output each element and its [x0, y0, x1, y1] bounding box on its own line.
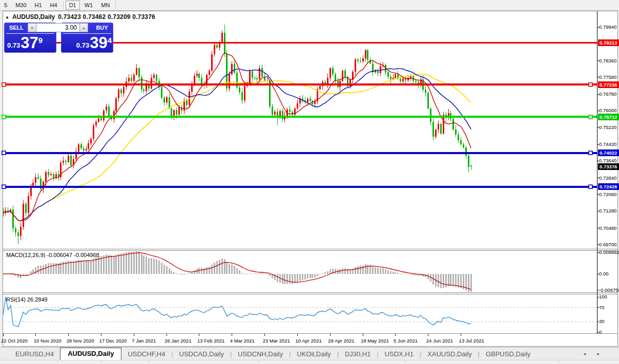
buy-price-small: 0.73	[76, 41, 89, 49]
status-bar-divider	[101, 360, 101, 364]
sell-price-big: 37	[20, 35, 38, 51]
date-axis-label: 17 Dec 2020	[99, 338, 127, 344]
rsi-indicator-label: RSI(14) 26.2849	[6, 296, 48, 303]
chart-tab-xauusd[interactable]: XAUUSD,Daily	[421, 349, 478, 360]
one-click-collapse-icon[interactable]: ▲	[5, 15, 9, 19]
lot-size-control: ▼ ▲	[28, 23, 88, 32]
status-bar-divider	[559, 360, 559, 364]
chart-tab-gbpusd[interactable]: GBPUSD,Daily	[480, 349, 537, 360]
one-click-trade-panel: SELL 0.73 37 9 BUY 0.73 39 4 ▼ ▲	[4, 23, 113, 53]
price-badge: 0.73376	[598, 163, 619, 170]
mt4-window: 5M30H1H4D1W1MN ▲ AUDUSD,Daily 0.73423 0.…	[0, 0, 619, 364]
price-badge: 0.77236	[598, 81, 619, 88]
price-axis-label: 0.74420	[599, 141, 616, 147]
chart-tab-bar: EURUSD,H4AUDUSD,DailyUSDCHF,H4|USDCAD,Da…	[0, 347, 619, 360]
chart-tab-audusd[interactable]: AUDUSD,Daily	[60, 348, 121, 360]
price-badge: 0.79213	[598, 39, 619, 46]
chart-ohlc-values: 0.73423 0.73462 0.73209 0.73376	[58, 13, 155, 20]
price-badge: 0.72426	[598, 183, 619, 190]
buy-button[interactable]: BUY	[90, 25, 114, 31]
chart-tab-ukoil[interactable]: UKOil,Daily	[291, 349, 337, 360]
price-axis-label: 0.76780	[599, 91, 616, 97]
macd-axis-label: 0.008892	[599, 249, 619, 255]
date-axis-label: 22 Oct 2020	[1, 338, 28, 344]
date-axis-label: 10 Nov 2020	[34, 338, 61, 344]
date-axis-label: 29 Apr 2021	[328, 338, 354, 344]
price-axis-label: 0.78360	[599, 58, 616, 63]
date-axis-label: 24 Jun 2021	[426, 338, 453, 344]
buy-price[interactable]: 0.73 39 4	[64, 35, 112, 51]
tab-scroll-arrows[interactable]: ◂ ▸	[583, 351, 605, 356]
macd-indicator-label: MACD(12,26,9) -0.006047 -0.004968	[6, 252, 99, 258]
date-axis-label: 5 Jun 2021	[394, 338, 418, 344]
chart-tab-usdcad[interactable]: USDCAD,Daily	[173, 349, 230, 360]
chart-tab-usdcnh[interactable]: USDCNH,Daily	[232, 349, 289, 360]
price-axis-label: 0.72840	[599, 175, 616, 181]
status-bar-divider	[405, 360, 405, 364]
buy-price-sup: 4	[108, 36, 112, 45]
lot-decrease-button[interactable]: ▼	[28, 23, 36, 32]
date-axis-label: 18 May 2021	[361, 338, 389, 344]
macd-axis-label: 0.00	[599, 271, 609, 276]
date-axis-label: 26 Jan 2021	[164, 338, 191, 344]
status-bar-divider	[57, 360, 58, 364]
macd-axis-label: -0.006758	[599, 287, 619, 293]
price-axis-label: 0.79940	[599, 24, 616, 30]
status-bar	[0, 360, 619, 364]
price-axis-label: 0.70480	[599, 225, 616, 231]
price-badge: 0.74022	[598, 149, 619, 156]
rsi-axis-label: 30	[599, 318, 605, 324]
date-axis-label: 4 Mar 2021	[230, 338, 255, 344]
price-badge: 0.75712	[598, 114, 619, 120]
rsi-axis-label: 70	[599, 305, 605, 310]
date-axis-label: 13 Jul 2021	[459, 338, 484, 344]
date-axis-label: 10 Apr 2021	[295, 338, 321, 344]
status-bar-divider	[259, 360, 259, 364]
price-axis-label: 0.73640	[599, 158, 616, 163]
price-axis-label: 0.77580	[599, 74, 616, 80]
price-axis-label: 0.71280	[599, 208, 616, 213]
chart-symbol-label: AUDUSD,Daily	[12, 13, 55, 20]
price-axis-label: 0.72060	[599, 191, 616, 197]
rsi-axis-label: 100	[599, 294, 607, 299]
chart-tab-usdchf[interactable]: USDCHF,H4	[121, 349, 171, 360]
date-axis-label: 28 Nov 2020	[67, 338, 94, 344]
chart-canvas[interactable]	[0, 0, 619, 364]
price-axis-label: 0.69700	[599, 242, 616, 247]
rsi-axis-label: 0	[599, 329, 602, 335]
chart-tab-usdx[interactable]: USDX,H1	[379, 349, 420, 360]
sell-button[interactable]: SELL	[5, 25, 28, 31]
date-axis-label: 23 Mar 2021	[263, 338, 290, 344]
buy-price-big: 39	[90, 35, 107, 51]
chart-title: ▲ AUDUSD,Daily 0.73423 0.73462 0.73209 0…	[5, 13, 155, 20]
candles-layer	[3, 25, 472, 244]
status-bar-divider	[149, 360, 149, 364]
date-axis-label: 13 Feb 2021	[197, 338, 224, 344]
chart-tab-eurusd[interactable]: EURUSD,H4	[9, 349, 60, 360]
lot-increase-button[interactable]: ▲	[79, 23, 88, 32]
chart-tab-dj30[interactable]: DJ30,H1	[339, 349, 377, 360]
lot-size-input[interactable]	[36, 23, 79, 32]
date-axis-label: 7 Jan 2021	[132, 338, 156, 344]
sell-price-sup: 9	[38, 36, 43, 45]
price-axis-label: 0.76000	[599, 108, 616, 113]
sell-price[interactable]: 0.73 37 9	[7, 35, 55, 51]
sell-price-small: 0.73	[7, 41, 20, 49]
price-axis-label: 0.75220	[599, 124, 616, 130]
